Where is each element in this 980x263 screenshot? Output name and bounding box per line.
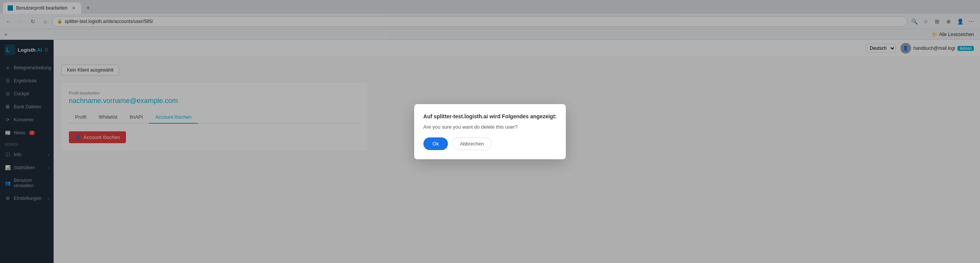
- main-content: Deutsch 👤 handbuch@mail.logi Admin Kein …: [54, 40, 980, 263]
- dialog-message: Are you sure you want do delete this use…: [423, 124, 557, 130]
- confirm-dialog: Auf splitter-test.logisth.ai wird Folgen…: [414, 104, 566, 159]
- dialog-ok-button[interactable]: Ok: [423, 137, 448, 150]
- dialog-title: Auf splitter-test.logisth.ai wird Folgen…: [423, 113, 557, 119]
- dialog-actions: Ok Abbrechen: [423, 137, 557, 150]
- app-container: L Logisth.AI ⚙ ≡ Belegverarbeitung ☰ Erg…: [0, 40, 980, 263]
- dialog-cancel-button[interactable]: Abbrechen: [452, 137, 492, 150]
- dialog-overlay: Auf splitter-test.logisth.ai wird Folgen…: [54, 40, 980, 263]
